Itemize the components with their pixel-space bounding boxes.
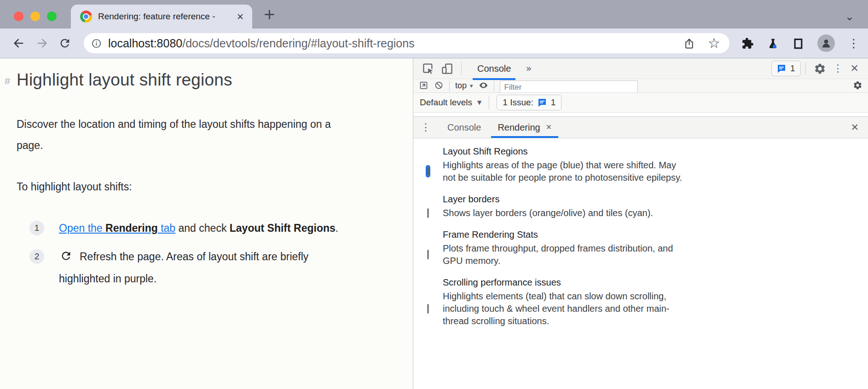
zoom-window-button[interactable] [47,11,57,21]
url-path: /docs/devtools/rendering/#layout-shift-r… [182,37,414,50]
setting-frame-rendering-stats: Frame Rendering Stats Plots frame throug… [427,229,855,267]
tabstrip-chevron-down-icon[interactable]: ⌄ [845,11,854,22]
more-tabs-icon[interactable]: » [526,64,532,74]
setting-title: Layer borders [443,194,855,205]
step-text: Open the Rendering tab and check Layout … [59,218,338,238]
setting-description: Highlights elements (teal) that can slow… [443,290,855,327]
docs-page: # Highlight layout shift regions Discove… [0,58,413,389]
setting-title: Frame Rendering Stats [443,229,855,240]
divider [461,62,462,75]
settings-gear-icon[interactable] [814,63,826,75]
setting-title: Scrolling performance issues [443,277,855,288]
clear-console-icon[interactable] [434,80,444,90]
log-levels-dropdown[interactable]: Default levels ▼ [420,97,481,108]
experiments-flask-icon[interactable] [767,37,779,50]
message-bubble-icon [538,98,547,107]
console-info-bar: Default levels ▼ 1 Issue: 1 [413,93,868,113]
console-toolbar: top ▾ [413,79,868,93]
rendering-panel: Layout Shift Regions Highlights areas of… [413,138,868,327]
share-icon[interactable] [683,38,695,49]
steps-list: 1 Open the Rendering tab and check Layou… [17,218,394,289]
frame-rendering-stats-checkbox[interactable] [427,250,429,259]
drawer-tab-bar: ⋮ Console Rendering ✕ ✕ [413,116,868,138]
forward-button[interactable] [30,37,53,50]
console-settings-gear-icon[interactable] [853,80,862,90]
bookmark-star-icon[interactable]: ☆ [708,36,720,50]
divider [489,96,489,109]
profile-avatar[interactable] [817,34,835,52]
step-number-badge: 1 [29,221,44,235]
live-expression-eye-icon[interactable] [479,80,488,90]
close-window-button[interactable] [14,11,23,21]
address-bar[interactable]: localhost:8080/docs/devtools/rendering/#… [84,33,729,53]
tab-title: Rendering: feature reference - [98,11,231,22]
setting-layer-borders: Layer borders Shows layer borders (orang… [427,194,855,219]
console-filter-input[interactable] [500,80,638,93]
setting-description: Highlights areas of the page (blue) that… [443,159,855,184]
heading-anchor-link[interactable]: # [5,75,10,87]
browser-tab[interactable]: Rendering: feature reference - ✕ [71,5,252,29]
devtools-main-toolbar: Console » 1 ⋮ ✕ [413,58,868,79]
message-bubble-icon [777,64,786,73]
drawer-close-icon[interactable]: ✕ [851,123,859,132]
setting-description: Shows layer borders (orange/olive) and t… [443,207,855,219]
scrolling-performance-checkbox[interactable] [427,304,429,314]
devtools-close-icon[interactable]: ✕ [851,63,859,74]
layer-borders-checkbox[interactable] [427,208,429,218]
new-tab-button[interactable]: + [263,7,276,22]
step-number-badge: 2 [29,249,44,264]
layout-shift-regions-checkbox[interactable] [427,166,429,176]
setting-description: Plots frame throughput, dropped frames d… [443,242,855,267]
drawer-tab-console[interactable]: Console [439,117,489,138]
list-item: 2 Refresh the page. Areas of layout shif… [29,246,394,289]
url-text: localhost:8080/docs/devtools/rendering/#… [108,37,677,50]
tab-console-main[interactable]: Console [474,58,515,79]
steps-intro: To highlight layout shifts: [17,181,394,193]
minimize-window-button[interactable] [30,11,40,21]
issues-button[interactable]: 1 Issue: 1 [497,95,561,110]
setting-scrolling-performance: Scrolling performance issues Highlights … [427,277,855,327]
setting-title: Layout Shift Regions [443,146,855,157]
javascript-context-selector[interactable]: top ▾ [455,81,473,91]
traffic-lights [14,11,57,21]
list-item: 1 Open the Rendering tab and check Layou… [29,218,394,238]
tab-close-icon[interactable]: ✕ [237,12,244,21]
refresh-icon [60,248,72,269]
site-info-icon[interactable] [91,38,102,49]
active-tab-underline [491,136,558,138]
browser-window: Rendering: feature reference - ✕ + ⌄ loc… [0,0,868,389]
step-text: Refresh the page. Areas of layout shift … [59,246,308,289]
device-toolbar-icon[interactable] [441,63,453,75]
url-host: localhost:8080 [108,37,182,50]
extensions-puzzle-icon[interactable] [741,37,754,50]
setting-layout-shift-regions: Layout Shift Regions Highlights areas of… [427,146,855,184]
devtools-menu-icon[interactable]: ⋮ [833,63,843,74]
intro-paragraph: Discover the location and timing of the … [17,114,394,156]
open-rendering-tab-link[interactable]: Open the Rendering tab [59,222,175,234]
divider [449,80,450,92]
issues-counter-button[interactable]: 1 [771,61,801,76]
console-sidebar-icon[interactable] [419,80,428,90]
divider [805,62,806,75]
titlebar: Rendering: feature reference - ✕ + ⌄ [0,0,868,29]
toolbar-actions: ⋮ [735,34,868,52]
console-content-gap [413,113,868,116]
browser-toolbar: localhost:8080/docs/devtools/rendering/#… [0,29,868,58]
browser-menu-icon[interactable]: ⋮ [848,37,860,49]
side-panel-icon[interactable] [792,37,804,50]
dropdown-arrow-icon: ▼ [477,100,481,105]
close-rendering-tab-icon[interactable]: ✕ [546,124,552,131]
page-title: Highlight layout shift regions [17,70,394,90]
drawer-menu-icon[interactable]: ⋮ [421,122,431,132]
reload-button[interactable] [53,37,76,50]
back-button[interactable] [7,37,30,50]
drawer-tab-rendering[interactable]: Rendering ✕ [489,117,560,138]
caret-down-icon: ▾ [470,83,473,89]
divider [494,80,494,92]
devtools-panel: Console » 1 ⋮ ✕ [413,58,868,389]
active-tab-underline [473,78,515,80]
inspect-element-icon[interactable] [422,63,434,75]
chrome-favicon-icon [80,11,92,23]
